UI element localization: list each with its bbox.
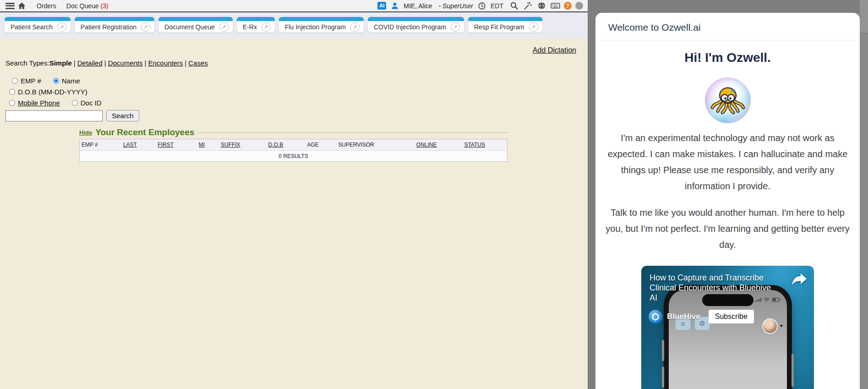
search-type-detailed-link[interactable]: Detailed: [77, 59, 103, 67]
legend-rule: [199, 132, 508, 133]
search-type-documents-link[interactable]: Documents: [108, 59, 143, 67]
channel-name[interactable]: BlueHive: [667, 312, 700, 321]
status-indicator-circle: [575, 2, 583, 10]
open-in-new-icon[interactable]: ↗: [141, 22, 150, 32]
phone-screen: ≡ ⚙: [669, 290, 787, 389]
column-online[interactable]: ONLINE: [415, 139, 463, 151]
tab-label: E-Rx: [243, 23, 257, 31]
open-in-new-icon[interactable]: ↗: [57, 22, 66, 32]
video-channel-row: BlueHive Subscribe: [649, 310, 754, 323]
help-icon[interactable]: ?: [564, 2, 572, 10]
column-suffix[interactable]: SUFFIX: [219, 139, 267, 151]
assistant-disclaimer-paragraph: I'm an experimental technology and may n…: [603, 130, 852, 194]
main-app-region: Orders Doc Queue (3) AI MIE, Alice - Sup…: [0, 0, 588, 389]
doc-queue-count-badge: (3): [101, 2, 109, 10]
column-last[interactable]: LAST: [121, 139, 156, 151]
search-types-label: Search Types:: [5, 59, 49, 67]
globe-icon[interactable]: [536, 1, 546, 11]
radio-dob[interactable]: [9, 89, 15, 95]
open-in-new-icon[interactable]: ↗: [350, 22, 360, 32]
user-icon[interactable]: [390, 1, 400, 11]
employee-search-page: Add Dictation Search Types:Simple|Detail…: [0, 38, 588, 389]
subscribe-button[interactable]: Subscribe: [709, 310, 754, 323]
assistant-panel: Welcome to Ozwell.ai Hi! I'm Ozwell.: [588, 0, 868, 389]
tab-patient-registration[interactable]: Patient Registration ↗: [75, 17, 154, 33]
tab-label: Patient Registration: [81, 23, 136, 31]
recent-employees-section: Hide Your Recent Employees EMP # LAST FI…: [79, 127, 508, 162]
radio-row-3: Mobile Phone Doc ID: [9, 99, 114, 107]
octopus-icon: [710, 82, 746, 118]
tab-patient-search[interactable]: Patient Search ↗: [5, 17, 71, 33]
tab-label: Resp Fit Program: [474, 23, 524, 31]
assistant-greeting: Hi! I'm Ozwell.: [595, 50, 860, 65]
column-supervisor: SUPERVISOR: [336, 139, 415, 151]
nav-doc-queue[interactable]: Doc Queue (3): [66, 2, 109, 10]
open-in-new-icon[interactable]: ↗: [529, 22, 538, 32]
assistant-advice-paragraph: Talk to me like you would another human.…: [603, 205, 852, 253]
radio-mobile-phone[interactable]: [9, 100, 15, 106]
search-type-encounters-link[interactable]: Encounters: [148, 59, 183, 67]
column-emp-number: EMP #: [80, 139, 121, 151]
assistant-card: Welcome to Ozwell.ai Hi! I'm Ozwell.: [595, 13, 860, 389]
column-first[interactable]: FIRST: [156, 139, 197, 151]
radio-row-2: D.O.B (MM-DD-YYYY): [9, 88, 99, 96]
column-mi[interactable]: MI: [197, 139, 219, 151]
tab-resp-fit-program[interactable]: Resp Fit Program ↗: [468, 17, 542, 33]
radio-label-name: Name: [62, 77, 80, 85]
radio-doc-id[interactable]: [72, 100, 78, 106]
hide-link[interactable]: Hide: [79, 129, 92, 136]
open-in-new-icon[interactable]: ↗: [219, 22, 229, 32]
radio-name[interactable]: [53, 78, 59, 84]
tab-label: Flu Injection Program: [285, 23, 346, 31]
phone-user-avatar: [762, 318, 778, 334]
bluehive-channel-logo[interactable]: [649, 310, 662, 323]
doc-queue-label: Doc Queue: [66, 2, 99, 10]
radio-label-emp-number: EMP #: [21, 77, 41, 85]
search-button[interactable]: Search: [106, 110, 139, 121]
search-types-row: Search Types:Simple|Detailed|Documents|E…: [5, 59, 208, 67]
search-type-cases-link[interactable]: Cases: [188, 59, 208, 67]
clock-icon: [477, 1, 487, 11]
tab-covid-injection-program[interactable]: COVID Injection Program ↗: [368, 17, 464, 33]
recent-employees-table: EMP # LAST FIRST MI SUFFIX D.O.B AGE SUP…: [79, 139, 508, 162]
radio-label-mobile-phone[interactable]: Mobile Phone: [18, 99, 60, 107]
share-arrow-icon[interactable]: [791, 273, 808, 286]
column-dob[interactable]: D.O.B: [267, 139, 306, 151]
nav-orders[interactable]: Orders: [37, 2, 56, 10]
search-type-simple-active: Simple: [49, 59, 72, 67]
column-age: AGE: [305, 139, 336, 151]
phone-volume-down-button: [662, 367, 664, 388]
video-embed[interactable]: ≡ ⚙ How to Capture and Transcribe Clinic…: [641, 266, 814, 389]
add-dictation-link[interactable]: Add Dictation: [533, 46, 576, 55]
panel-scrollbar-thumb[interactable]: [860, 0, 868, 33]
ai-badge[interactable]: AI: [377, 2, 386, 10]
radio-label-dob: D.O.B (MM-DD-YYYY): [18, 88, 87, 96]
column-status[interactable]: STATUS: [462, 139, 507, 151]
radio-emp-number[interactable]: [12, 78, 18, 84]
hamburger-menu-icon[interactable]: [5, 3, 15, 9]
magic-wand-icon[interactable]: [523, 1, 533, 11]
keyboard-icon[interactable]: [550, 1, 560, 11]
open-in-new-icon[interactable]: ↗: [451, 22, 460, 32]
radio-row-1: EMP # Name: [12, 77, 92, 85]
recent-employees-title: Your Recent Employees: [95, 127, 194, 137]
avatar-caret-icon: [780, 325, 783, 327]
top-bar: Orders Doc Queue (3) AI MIE, Alice - Sup…: [0, 0, 588, 12]
tab-label: COVID Injection Program: [374, 23, 446, 31]
panel-vertical-scrollbar[interactable]: [860, 0, 868, 389]
timezone-label: EDT: [491, 2, 503, 10]
empty-results-text: 0 RESULTS: [80, 151, 508, 162]
tab-flu-injection-program[interactable]: Flu Injection Program ↗: [279, 17, 364, 33]
recent-employees-legend: Hide Your Recent Employees: [79, 127, 508, 137]
search-input[interactable]: [5, 110, 103, 121]
user-role: - SuperUser: [439, 2, 473, 10]
search-icon[interactable]: [509, 1, 519, 11]
tab-e-rx[interactable]: E-Rx ↗: [237, 17, 275, 33]
ozwell-octopus-logo: [705, 77, 751, 123]
table-header-row: EMP # LAST FIRST MI SUFFIX D.O.B AGE SUP…: [80, 139, 508, 151]
tab-document-queue[interactable]: Document Queue ↗: [158, 17, 233, 33]
home-icon[interactable]: [16, 1, 27, 11]
assistant-header: Welcome to Ozwell.ai: [595, 13, 860, 40]
open-in-new-icon[interactable]: ↗: [262, 22, 271, 32]
tab-label: Document Queue: [164, 23, 215, 31]
